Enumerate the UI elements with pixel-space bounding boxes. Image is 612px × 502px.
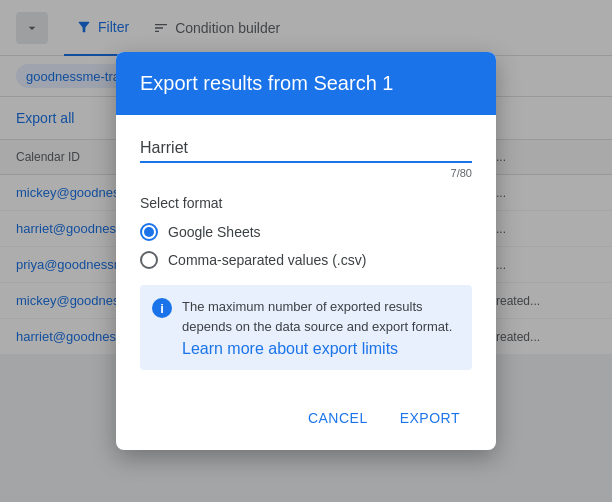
info-box: i The maximum number of exported results… — [140, 285, 472, 370]
dialog-title: Export results from Search 1 — [140, 72, 393, 94]
select-format-label: Select format — [140, 195, 472, 211]
modal-overlay: Export results from Search 1 7/80 Select… — [0, 0, 612, 502]
char-count: 7/80 — [140, 167, 472, 179]
option-google-sheets[interactable]: Google Sheets — [140, 223, 472, 241]
info-icon: i — [152, 298, 172, 318]
dialog-header: Export results from Search 1 — [116, 52, 496, 115]
option-csv-label: Comma-separated values (.csv) — [168, 252, 366, 268]
filename-input[interactable] — [140, 135, 472, 163]
radio-google-sheets[interactable] — [140, 223, 158, 241]
info-text: The maximum number of exported results d… — [182, 299, 452, 334]
radio-csv[interactable] — [140, 251, 158, 269]
info-content: The maximum number of exported results d… — [182, 297, 460, 358]
info-link[interactable]: Learn more about export limits — [182, 340, 460, 358]
dialog-body: 7/80 Select format Google Sheets Comma-s… — [116, 115, 496, 390]
export-button[interactable]: EXPORT — [388, 402, 472, 434]
option-csv[interactable]: Comma-separated values (.csv) — [140, 251, 472, 269]
export-dialog: Export results from Search 1 7/80 Select… — [116, 52, 496, 450]
option-google-sheets-label: Google Sheets — [168, 224, 261, 240]
dialog-footer: CANCEL EXPORT — [116, 390, 496, 450]
cancel-button[interactable]: CANCEL — [296, 402, 380, 434]
filename-input-row — [140, 135, 472, 163]
